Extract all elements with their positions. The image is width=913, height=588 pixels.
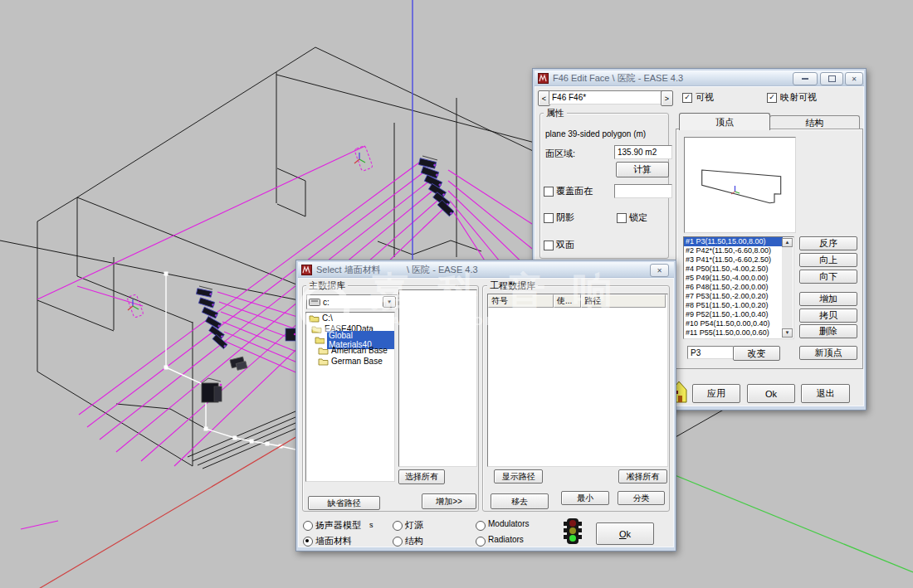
coat-label: 覆盖面在 [556,185,593,197]
project-table[interactable]: 符号 使... 路径 [487,294,668,467]
tree-item[interactable]: German Base [306,356,394,367]
shadow-checkbox[interactable] [544,213,554,223]
wall-materials-label: 墙面材料 [315,535,352,547]
lock-checkbox[interactable] [617,213,627,223]
open-folder-icon [309,314,320,323]
change-button[interactable]: 改变 [733,346,780,361]
ok-button[interactable]: Ok [596,522,654,545]
list-item[interactable]: #6 P48(11.50,-2.00,0.00) [684,283,783,292]
list-item[interactable]: #5 P49(11.50,-4.00,0.00) [684,274,783,283]
list-item[interactable]: #10 P54(11.50,0.00,0.40) [684,319,783,328]
light-sources-radio[interactable] [393,521,403,531]
open-folder-icon [311,325,322,333]
list-item[interactable]: #2 P42*(11.50,-6.60,8.00) [684,246,783,255]
select-materials-dialog: Select 墙面材料 \ 医院 - EASE 4.3 ✕ 主数据库 c: ▼ … [295,260,676,552]
exit-button[interactable]: 退出 [801,384,850,403]
select-materials-titlebar[interactable]: Select 墙面材料 \ 医院 - EASE 4.3 ✕ [298,262,674,278]
new-vertex-button[interactable]: 新顶点 [799,346,857,360]
edit-face-titlebar[interactable]: F46 Edit Face \ 医院 - EASE 4.3 ✕ [535,70,864,86]
scroll-up-icon[interactable]: ▲ [782,238,793,247]
folder-tree[interactable]: C:\ EASE40Data Global Materials40 Americ… [305,312,395,482]
list-item[interactable]: #8 P51(11.50,-1.00,0.20) [684,301,783,310]
speaker-models-radio[interactable] [303,521,313,531]
vertex-list[interactable]: #1 P3(11.50,15.00,8.00) #2 P42*(11.50,-6… [683,236,794,339]
shadow-label: 阴影 [556,211,574,224]
materials-list[interactable] [398,289,477,467]
compute-button[interactable]: 计算 [616,162,669,177]
face-shape-preview [684,137,796,233]
light-sources-label: 灯源 [405,519,423,532]
ease-main-view: F46 Edit Face \ 医院 - EASE 4.3 ✕ < F46 F4… [0,0,913,588]
drive-icon [309,299,320,306]
radiators-radio[interactable] [476,537,486,547]
drive-value: c: [323,298,330,307]
line-array-cluster-right [418,156,454,216]
chevron-down-icon[interactable]: ▼ [383,296,396,308]
modulators-label: Modulators [488,519,529,528]
list-item[interactable]: #9 P52(11.50,-1.00,0.40) [684,310,783,319]
folder-icon [318,357,329,366]
speaker-box-stage [202,378,222,402]
ease-app-icon [538,73,549,84]
modulators-radio[interactable] [476,521,486,531]
close-icon[interactable]: ✕ [845,72,863,85]
minimize-db-button[interactable]: 最小 [561,491,609,505]
area-value-field[interactable]: 135.90 m2 [614,145,672,159]
minimize-icon[interactable] [793,72,818,85]
drive-combobox[interactable]: c: ▼ [306,294,398,309]
maximize-icon[interactable] [820,72,843,85]
list-item[interactable]: #11 P55(11.50,0.00,0.60) [684,328,783,338]
structures-radio[interactable] [393,537,403,547]
copy-button[interactable]: 拷贝 [799,309,857,323]
visible-checkbox[interactable]: ✓ [682,93,692,103]
tab-vertices[interactable]: 顶点 [679,113,770,130]
select-dialog-project: \ 医院 - EASE 4.3 [407,264,478,276]
default-path-button[interactable]: 缺省路径 [308,496,380,510]
next-face-button[interactable]: > [661,90,673,106]
coat-field[interactable] [614,184,672,198]
scroll-down-icon[interactable]: ▼ [782,328,793,338]
project-db-group-label: 工程数据库 [487,280,538,290]
mapped-visible-label: 映射可视 [780,91,817,104]
select-all-project-button[interactable]: 凇择所有 [618,469,667,484]
tree-item[interactable]: American Base [306,345,394,356]
radiators-label: Radiators [488,535,524,544]
list-item[interactable]: #7 P53(11.50,-2.00,0.20) [684,292,783,301]
speaker-models-label: 扬声器模型 [315,519,361,532]
tree-item-selected[interactable]: Global Materials40 [306,334,394,345]
selected-face-vertex-handles [164,272,283,449]
list-item[interactable]: #4 P50(11.50,-4.00,2.50) [684,265,783,274]
remove-button[interactable]: 移去 [491,493,549,509]
coat-checkbox[interactable] [544,187,554,197]
wall-materials-radio[interactable] [303,537,313,547]
select-all-main-button[interactable]: 选择所有 [398,469,445,484]
apply-button[interactable]: 应用 [692,384,740,403]
move-down-button[interactable]: 向下 [799,270,857,284]
line-array-cluster-left [196,286,227,349]
column-header[interactable]: 路径 [581,294,666,308]
list-item[interactable]: #1 P3(11.50,15.00,8.00) [684,237,783,246]
ease-app-icon [301,265,312,275]
column-header[interactable]: 使... [554,294,581,308]
invert-order-button[interactable]: 反序 [799,236,857,250]
delete-button[interactable]: 删除 [799,324,857,338]
tree-item[interactable]: C:\ [306,313,394,323]
ok-button[interactable]: Ok [747,384,795,403]
open-folder-icon [315,336,325,344]
column-header[interactable]: 符号 [488,294,554,308]
sort-button[interactable]: 分类 [618,491,665,505]
vertex-list-scrollbar[interactable]: ▲ ▼ [782,238,793,338]
mapped-visible-checkbox[interactable]: ✓ [767,93,777,103]
vertex-name-field[interactable]: P3 [687,346,734,359]
face-id-field[interactable]: F46 F46* [549,90,667,104]
insert-button[interactable]: 增加 [799,292,857,306]
close-icon[interactable]: ✕ [650,264,669,277]
add-button[interactable]: 增加>> [422,493,476,509]
show-path-button[interactable]: 显示路径 [494,469,543,484]
move-up-button[interactable]: 向上 [799,253,857,267]
structures-label: 结构 [405,535,423,547]
main-db-group-label: 主数据库 [306,280,348,290]
double-sided-checkbox[interactable] [544,241,554,250]
list-item[interactable]: #3 P41*(11.50,-6.60,2.50) [684,255,783,265]
speaker-box-far [286,328,295,341]
